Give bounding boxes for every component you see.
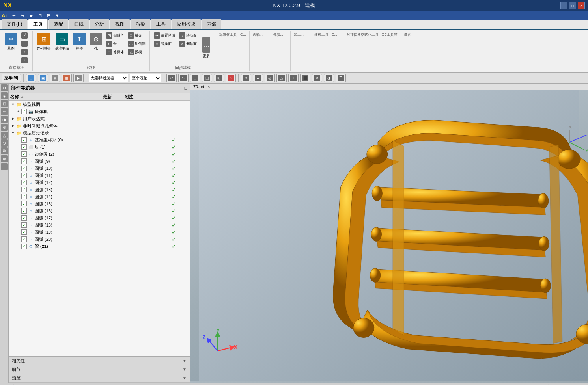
tb-icon-1[interactable]: ⊡ — [26, 74, 36, 82]
tab-assembly[interactable]: 装配 — [49, 19, 68, 29]
viewport-content[interactable]: Z Y X X Y Z — [190, 90, 588, 381]
sketch-button[interactable]: ✏ 草图 — [3, 32, 19, 52]
tb-icon-16[interactable]: + — [288, 74, 299, 82]
tb-icon-6[interactable]: ↩ — [166, 74, 177, 82]
unite-button[interactable]: ∪ 合并 — [105, 40, 125, 48]
tb-icon-11[interactable]: ✕ — [226, 74, 236, 82]
tb-icon-10[interactable]: ⊞ — [214, 74, 224, 82]
tree-item-arc-20[interactable]: ✓ ○ 圆弧 (20) ✓ — [9, 236, 190, 243]
tree-item-user-expr[interactable]: ▶ 📁 用户表达式 — [9, 115, 190, 122]
nav-preview[interactable]: 预览 ▼ — [9, 374, 190, 383]
tree-item-arc-15[interactable]: ✓ ○ 圆弧 (15) ✓ — [9, 200, 190, 207]
menu-button[interactable]: 菜单(M) — [2, 74, 21, 82]
tb-icon-9[interactable]: ◫ — [202, 74, 212, 82]
sidebar-icon-settings[interactable]: ⚙ — [1, 84, 8, 91]
undo-button[interactable]: ↩ — [10, 12, 18, 19]
viewport-tab-close[interactable]: × — [207, 84, 210, 89]
chamfer-button[interactable]: ◥ 倒斜角 — [105, 32, 125, 39]
tb-icon-15[interactable]: △ — [276, 74, 287, 82]
tree-item-datum-cs[interactable]: ✓ ⊕ 基准坐标系 (0) ✓ — [9, 136, 190, 143]
check-arc-19[interactable]: ✓ — [21, 229, 27, 235]
check-arc-17[interactable]: ✓ — [21, 215, 27, 221]
check-edge-blend[interactable]: ✓ — [21, 151, 27, 157]
line-button[interactable]: ╱ — [20, 32, 30, 39]
tab-internal[interactable]: 内部 — [202, 19, 221, 29]
check-camera[interactable]: ✓ — [21, 109, 27, 114]
check-arc-16[interactable]: ✓ — [21, 208, 27, 214]
expand-model-views[interactable]: ▼ — [10, 102, 16, 107]
tree-item-arc-17[interactable]: ✓ ○ 圆弧 (17) ✓ — [9, 214, 190, 221]
more-sync-button[interactable]: … 更多 — [199, 36, 213, 60]
tb-icon-19[interactable]: ◑ — [324, 74, 334, 82]
move-face-button[interactable]: ↕ 移动面 — [177, 32, 198, 39]
tb-icon-3[interactable]: ◈ — [50, 74, 60, 82]
sidebar-icon-circle[interactable]: ⊙ — [1, 124, 8, 131]
tb-icon-4[interactable]: ▦ — [62, 74, 72, 82]
expand-camera[interactable]: + — [16, 109, 21, 114]
shell-button[interactable]: □ 抽壳 — [126, 32, 147, 39]
maximize-button[interactable]: □ — [569, 2, 576, 9]
tree-item-model-views[interactable]: ▼ 📁 模型视图 — [9, 101, 190, 108]
tab-tools[interactable]: 工具 — [151, 19, 171, 29]
hole-button[interactable]: ⊙ 孔 — [88, 32, 104, 52]
tab-curve[interactable]: 曲线 — [69, 19, 89, 29]
sidebar-icon-menu[interactable]: ☰ — [1, 163, 8, 170]
sidebar-icon-sketch[interactable]: ✏ — [1, 108, 8, 115]
tree-item-camera[interactable]: + ✓ 📷 摄像机 — [9, 108, 190, 115]
arc-button[interactable]: ◜ — [20, 40, 30, 48]
tree-item-model-history[interactable]: ▼ 📁 模型历史记录 — [9, 129, 190, 136]
expand-edge-blend[interactable] — [16, 151, 21, 157]
check-arc-13[interactable]: ✓ — [21, 187, 27, 192]
navigator-tree[interactable]: ▼ 📁 模型视图 + ✓ 📷 摄像机 ▶ 📁 用户表达式 — [9, 101, 190, 356]
plus-button[interactable]: ⊞ — [45, 12, 52, 19]
tab-home[interactable]: 主页 — [28, 19, 48, 29]
tree-item-arc-9[interactable]: ✓ ○ 圆弧 (9) ✓ — [9, 158, 190, 165]
tree-item-arc-19[interactable]: ✓ ○ 圆弧 (19) ✓ — [9, 229, 190, 236]
check-arc-20[interactable]: ✓ — [21, 236, 27, 242]
check-arc-18[interactable]: ✓ — [21, 222, 27, 228]
filter-select[interactable]: 无选择过滤器 — [89, 74, 128, 82]
expand-datum-cs[interactable] — [16, 137, 21, 143]
sidebar-icon-plus[interactable]: ⊕ — [1, 155, 8, 162]
check-block[interactable]: ✓ — [21, 144, 27, 150]
check-arc-9[interactable]: ✓ — [21, 158, 27, 164]
sidebar-icon-time[interactable]: ⏱ — [1, 139, 8, 147]
tab-render[interactable]: 渲染 — [131, 19, 150, 29]
sidebar-icon-select[interactable]: ◈ — [1, 92, 8, 99]
close-button[interactable]: × — [578, 2, 585, 9]
tab-appmodule[interactable]: 应用模块 — [172, 19, 201, 29]
tree-item-arc-13[interactable]: ✓ ○ 圆弧 (13) ✓ — [9, 186, 190, 193]
tree-item-arc-14[interactable]: ✓ ○ 圆弧 (14) ✓ — [9, 193, 190, 200]
tree-item-arc-18[interactable]: ✓ ○ 圆弧 (18) ✓ — [9, 221, 190, 229]
sidebar-icon-view[interactable]: ⊡ — [1, 100, 8, 107]
delete-face-button[interactable]: ✕ 删除面 — [177, 40, 198, 48]
tb-icon-2[interactable]: ▣ — [38, 74, 48, 82]
replace-face-button[interactable]: ↔ 替换面 — [152, 40, 177, 48]
check-arc-11[interactable]: ✓ — [21, 173, 27, 178]
minimize-button[interactable]: — — [560, 2, 567, 9]
offset-region-button[interactable]: ⇥ 偏置区域 — [152, 32, 177, 39]
dropdown-button[interactable]: ▼ — [53, 12, 61, 19]
tb-icon-18[interactable]: ⊘ — [312, 74, 322, 82]
tree-item-arc-16[interactable]: ✓ ○ 圆弧 (16) ✓ — [9, 207, 190, 214]
nav-details[interactable]: 细节 ▼ — [9, 365, 190, 374]
tb-icon-7[interactable]: ↪ — [178, 74, 189, 82]
nav-relevance[interactable]: 相关性 ▼ — [9, 357, 190, 365]
sidebar-icon-triangle[interactable]: △ — [1, 132, 8, 139]
pattern-button[interactable]: ⊞ 阵列特征 — [35, 32, 52, 52]
tb-icon-5[interactable]: ▶ — [73, 74, 84, 82]
tree-item-arc-11[interactable]: ✓ ○ 圆弧 (11) ✓ — [9, 172, 190, 179]
expand-user-expr[interactable]: ▶ — [10, 116, 16, 121]
trim-button[interactable]: ✂ 修剪体 — [105, 48, 125, 56]
check-arc-12[interactable]: ✓ — [21, 180, 27, 185]
datum-plane-button[interactable]: ▭ 基准平面 — [53, 32, 71, 52]
viewport[interactable]: 70.prt × — [190, 84, 588, 383]
tab-file[interactable]: 文件(F) — [2, 19, 27, 29]
tree-item-block[interactable]: ✓ ⬜ 块 (1) ✓ — [9, 143, 190, 151]
expand-block[interactable] — [16, 144, 21, 150]
extrude-button[interactable]: ⬆ 拉伸 — [71, 32, 87, 52]
tab-view[interactable]: 视图 — [110, 19, 130, 29]
grid-button[interactable]: ⊡ — [36, 12, 44, 19]
check-arc-14[interactable]: ✓ — [21, 194, 27, 199]
sidebar-icon-layers[interactable]: ⧉ — [1, 147, 8, 154]
